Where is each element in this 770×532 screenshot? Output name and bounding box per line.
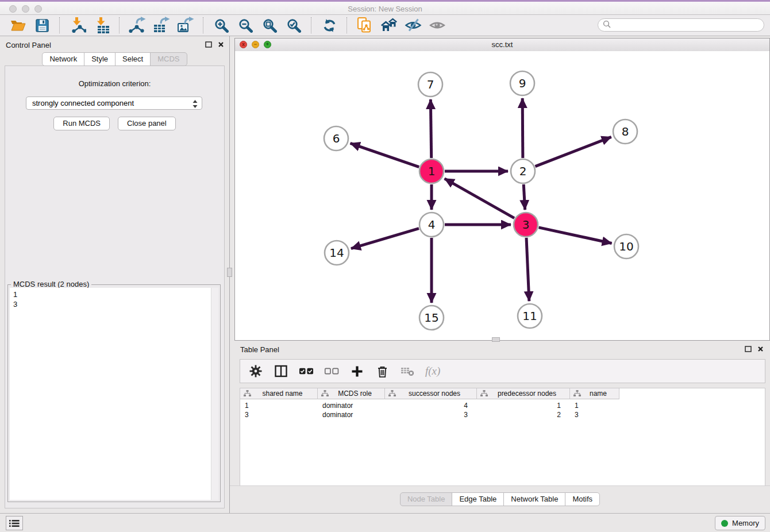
- tab-mcds[interactable]: MCDS: [150, 52, 187, 66]
- zoom-in-icon[interactable]: [212, 16, 230, 34]
- graph-edge-3-1[interactable]: [445, 179, 514, 218]
- open-file-icon[interactable]: [9, 16, 27, 34]
- graph-node-label-6: 6: [333, 132, 340, 145]
- toolbar-separator: [311, 17, 312, 33]
- graph-edge-2-9[interactable]: [522, 98, 523, 158]
- tab-network[interactable]: Network: [42, 52, 84, 66]
- search-input[interactable]: [614, 21, 764, 30]
- refresh-layout-icon[interactable]: [320, 16, 338, 34]
- run-mcds-button[interactable]: Run MCDS: [53, 117, 110, 130]
- toolbar-separator: [59, 17, 60, 33]
- network-canvas[interactable]: 7968124314101511: [235, 51, 769, 340]
- settings-icon[interactable]: [248, 364, 263, 379]
- deselect-all-icon[interactable]: [324, 364, 339, 379]
- import-network-icon[interactable]: [68, 16, 87, 34]
- network-graph[interactable]: 7968124314101511: [235, 51, 769, 340]
- app-titlebar: Session: New Session: [0, 0, 770, 15]
- graph-edge-3-10[interactable]: [538, 228, 611, 244]
- tab-network-table[interactable]: Network Table: [503, 492, 565, 506]
- table-header-row: shared nameMCDS rolesuccessor nodesprede…: [240, 388, 765, 399]
- optimization-criterion-label: Optimization criterion:: [5, 79, 224, 88]
- tab-node-table[interactable]: Node Table: [400, 492, 453, 506]
- graph-edge-2-8[interactable]: [535, 137, 611, 166]
- tab-select[interactable]: Select: [115, 52, 151, 66]
- status-bar: Memory: [0, 513, 770, 532]
- tab-edge-table[interactable]: Edge Table: [452, 492, 504, 506]
- cell-successor-nodes: 3: [385, 411, 477, 419]
- export-image-icon[interactable]: [176, 16, 195, 34]
- cell-shared-name: 1: [240, 402, 318, 410]
- column-header-label: predecessor nodes: [488, 390, 569, 398]
- main-toolbar-icons: [6, 16, 449, 34]
- export-table-icon[interactable]: [152, 16, 171, 34]
- column-header-shared-name[interactable]: shared name: [240, 388, 318, 399]
- close-panel-icon[interactable]: [217, 41, 225, 48]
- table-row-2[interactable]: 3dominator323: [240, 410, 765, 419]
- column-header-successor-nodes[interactable]: successor nodes: [385, 388, 477, 399]
- tab-style[interactable]: Style: [84, 52, 116, 66]
- delete-table-icon[interactable]: [400, 364, 415, 379]
- tab-motifs[interactable]: Motifs: [565, 492, 600, 506]
- network-window-titlebar[interactable]: x − + scc.txt: [235, 38, 769, 52]
- graph-node-label-14: 14: [329, 246, 344, 260]
- main-toolbar: [0, 15, 770, 36]
- column-header-mcds-role[interactable]: MCDS role: [318, 388, 385, 399]
- add-column-icon[interactable]: [349, 364, 364, 379]
- result-scrollbar[interactable]: [211, 288, 218, 500]
- hide-selected-icon[interactable]: [404, 16, 422, 34]
- column-type-icon: [244, 390, 251, 397]
- vertical-splitter-handle[interactable]: [227, 268, 232, 277]
- toolbar-separator: [346, 17, 348, 33]
- horizontal-splitter-handle[interactable]: [492, 337, 500, 342]
- mcds-result-area[interactable]: 1 3: [10, 288, 218, 500]
- search-icon: [603, 20, 611, 30]
- mcds-panel: Optimization criterion: strongly connect…: [5, 65, 225, 508]
- column-type-icon: [480, 390, 488, 397]
- table-row-1[interactable]: 1dominator411: [240, 401, 765, 410]
- toolbar-separator: [203, 17, 204, 33]
- graph-edge-1-6[interactable]: [351, 143, 419, 167]
- zoom-selected-icon[interactable]: [284, 16, 303, 34]
- table-tabs-bar: Node TableEdge TableNetwork TableMotifs: [230, 485, 770, 512]
- network-window-title: scc.txt: [235, 40, 769, 49]
- cell-shared-name: 3: [240, 411, 318, 419]
- cell-name: 1: [570, 402, 619, 410]
- control-panel-title: Control Panel: [6, 41, 51, 49]
- graph-edge-3-11[interactable]: [526, 238, 529, 301]
- graph-edge-4-14[interactable]: [351, 229, 419, 249]
- zoom-fit-icon[interactable]: [260, 16, 279, 34]
- show-hidden-icon[interactable]: [428, 16, 446, 34]
- float-table-panel-icon[interactable]: [744, 345, 752, 352]
- node-table: shared nameMCDS rolesuccessor nodesprede…: [240, 388, 765, 485]
- export-network-icon[interactable]: [128, 16, 147, 34]
- column-header-name[interactable]: name: [570, 388, 619, 399]
- column-header-predecessor-nodes[interactable]: predecessor nodes: [477, 388, 570, 399]
- cell-predecessor-nodes: 1: [477, 402, 570, 410]
- select-all-icon[interactable]: [299, 364, 314, 379]
- graph-node-label-15: 15: [424, 311, 438, 325]
- graph-edge-2-3[interactable]: [523, 184, 525, 210]
- zoom-out-icon[interactable]: [236, 16, 255, 34]
- graph-node-label-10: 10: [619, 240, 633, 253]
- search-box[interactable]: [598, 18, 764, 32]
- cell-successor-nodes: 4: [385, 402, 477, 410]
- delete-column-icon[interactable]: [375, 364, 390, 379]
- task-history-button[interactable]: [6, 516, 23, 530]
- graph-node-label-3: 3: [522, 218, 530, 232]
- mcds-result-values: 1 3: [10, 288, 218, 311]
- close-panel-button[interactable]: Close panel: [118, 117, 176, 130]
- split-panel-icon[interactable]: [274, 364, 288, 379]
- graph-node-label-11: 11: [522, 309, 537, 323]
- memory-button[interactable]: Memory: [715, 516, 765, 530]
- graph-node-label-1: 1: [428, 164, 436, 178]
- close-table-panel-icon[interactable]: [757, 345, 764, 352]
- duplicate-network-icon[interactable]: [356, 16, 374, 34]
- memory-label: Memory: [732, 519, 759, 527]
- optimization-criterion-select[interactable]: strongly connected component: [26, 97, 202, 110]
- float-panel-icon[interactable]: [205, 41, 212, 48]
- import-table-icon[interactable]: [93, 16, 111, 34]
- graph-edge-1-7[interactable]: [430, 99, 431, 158]
- home-neighbors-icon[interactable]: [380, 16, 398, 34]
- graph-node-label-9: 9: [519, 76, 526, 90]
- save-session-icon[interactable]: [33, 16, 51, 34]
